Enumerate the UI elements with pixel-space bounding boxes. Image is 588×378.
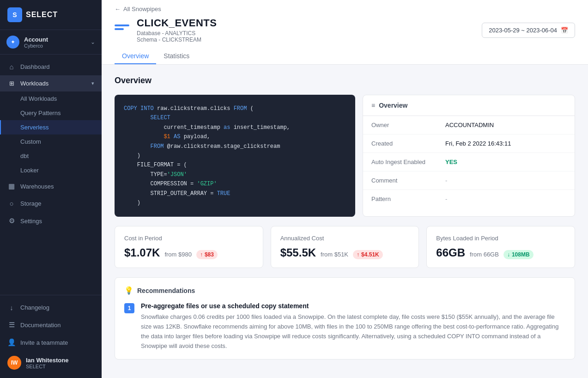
code-line-6: ) [124,151,346,160]
account-icon: ✦ [6,36,19,49]
sidebar-item-invite[interactable]: 👤 Invite a teammate [0,334,102,351]
docs-icon: ☰ [7,321,16,329]
sidebar-item-label-invite: Invite a teammate [20,339,68,346]
tab-statistics[interactable]: Statistics [156,49,197,64]
sidebar-item-label-dashboard: Dashboard [20,63,50,70]
metric-from-bytes: from 66GB [470,251,499,258]
code-line-1: COPY INTO raw.clickstream.clicks FROM ( [124,104,346,113]
changelog-icon: ↓ [7,304,16,311]
code-line-7: FILE_FORMAT = ( [124,160,346,170]
logo-text: SELECT [26,11,58,19]
code-line-2: SELECT [124,113,346,122]
overview-value-autoingest: YES [445,159,457,165]
breadcrumb-link[interactable]: All Snowpipes [123,6,161,12]
date-range-picker[interactable]: 2023-05-29 ~ 2023-06-04 📅 [482,23,575,38]
tab-bar: Overview Statistics [115,49,575,64]
overview-value-comment: - [445,177,447,184]
metric-label-bytes: Bytes Loaded in Period [436,235,565,242]
logo-icon: S [7,7,22,22]
sidebar-item-label-storage: Storage [20,200,42,207]
badge-arrow-annualized: ↑ [357,251,359,258]
account-name: Cyberco [24,43,91,49]
schema-label: Schema - CLICKSTREAM [137,37,217,43]
account-switcher[interactable]: ✦ Account Cyberco ⌄ [0,30,102,55]
overview-row-autoingest: Auto Ingest Enabled YES [363,153,575,171]
badge-arrow-cost: ↑ [200,251,203,258]
main-content: ← All Snowpipes CLICK_EVENTS Database - … [102,0,588,378]
metric-badge-cost: ↑ $83 [196,250,218,259]
badge-text-annualized: $4.51K [361,251,379,258]
overview-details-card: ≡ Overview Owner ACCOUNTADMIN Created Fr… [363,95,575,217]
sidebar-item-label-settings: Settings [20,218,42,225]
overview-label-autoingest: Auto Ingest Enabled [371,159,445,165]
lightbulb-icon: 💡 [124,286,133,295]
sidebar-item-label-warehouses: Warehouses [20,183,54,190]
code-line-10: STRIP_OUTER_ARRAY = TRUE [124,189,346,198]
sidebar-item-documentation[interactable]: ☰ Documentation [0,316,102,334]
metric-badge-bytes: ↓ 108MB [503,250,533,259]
sidebar-item-all-workloads[interactable]: All Workloads [0,91,102,106]
sidebar-item-workloads[interactable]: ⊞ Workloads ▾ [0,75,102,91]
overview-value-owner: ACCOUNTADMIN [445,122,494,128]
sidebar-item-dashboard[interactable]: ⌂ Dashboard [0,58,102,75]
badge-text-bytes: 108MB [512,251,530,258]
metric-label-cost: Cost in Period [124,235,254,242]
gear-icon: ⚙ [7,217,16,225]
overview-label-pattern: Pattern [371,195,445,202]
calendar-icon: 📅 [561,27,568,34]
sidebar-item-serverless[interactable]: Serverless [0,120,102,134]
metric-card-cost: Cost in Period $1.07K from $980 ↑ $83 [115,226,263,268]
metric-card-annualized: Annualized Cost $55.5K from $51K ↑ $4.51… [271,226,419,268]
overview-section-title: Overview [115,76,575,85]
code-line-9: COMPRESSION = 'GZIP' [124,179,346,189]
code-block: COPY INTO raw.clickstream.clicks FROM ( … [115,95,355,217]
rec-title-1: Pre-aggregate files or use a scheduled c… [141,302,565,310]
overview-row-owner: Owner ACCOUNTADMIN [363,116,575,134]
sidebar-item-label-workloads: Workloads [20,80,48,87]
sidebar-footer: ↓ Changelog ☰ Documentation 👤 Invite a t… [0,295,102,378]
sidebar-item-custom[interactable]: Custom [0,134,102,149]
header-text: CLICK_EVENTS Database - ANALYTICS Schema… [137,17,217,43]
user-role: SELECT [26,364,94,369]
metric-main-cost: $1.07K from $980 ↑ $83 [124,246,254,259]
database-label: Database - ANALYTICS [137,30,217,37]
content-area: Overview COPY INTO raw.clickstream.click… [102,65,588,371]
chevron-icon: ▾ [91,80,94,86]
user-profile[interactable]: IW Ian Whitestone SELECT [0,351,102,374]
overview-value-created: Fri, Feb 2 2022 16:43:11 [445,140,511,147]
logo-area: S SELECT [0,0,102,30]
header-bar-1 [115,24,129,26]
rec-description-1: Snowflake charges 0.06 credits per 1000 … [141,312,565,351]
metric-from-cost: from $980 [164,251,192,258]
metric-from-annualized: from $51K [321,251,348,258]
sidebar-item-dbt[interactable]: dbt [0,149,102,163]
metric-main-bytes: 66GB from 66GB ↓ 108MB [436,246,565,259]
sidebar-item-looker[interactable]: Looker [0,163,102,177]
top-bar: ← All Snowpipes CLICK_EVENTS Database - … [102,0,588,65]
code-line-4: $1 AS payload, [124,132,346,141]
overview-row-comment: Comment - [363,171,575,190]
code-line-8: TYPE='JSON' [124,170,346,179]
page-meta: Database - ANALYTICS Schema - CLICKSTREA… [137,30,217,43]
badge-text-cost: $83 [205,251,214,258]
sidebar-item-settings[interactable]: ⚙ Settings [0,212,102,230]
sidebar-item-changelog[interactable]: ↓ Changelog [0,299,102,316]
metric-card-bytes: Bytes Loaded in Period 66GB from 66GB ↓ … [426,226,575,268]
breadcrumb: ← All Snowpipes [115,0,575,12]
metric-value-cost: $1.07K [124,246,160,259]
sidebar-item-warehouses[interactable]: ▦ Warehouses [0,177,102,195]
account-info: Account Cyberco [24,36,91,49]
sidebar-item-storage[interactable]: ○ Storage [0,195,102,212]
header-decoration-icon [115,19,129,36]
home-icon: ⌂ [7,63,16,71]
overview-row-created: Created Fri, Feb 2 2022 16:43:11 [363,134,575,153]
workloads-group: ⊞ Workloads ▾ All Workloads Query Patter… [0,75,102,177]
list-icon: ≡ [371,102,375,109]
sidebar-item-query-patterns[interactable]: Query Patterns [0,106,102,120]
code-line-11: ) [124,198,346,207]
tab-overview[interactable]: Overview [115,49,156,64]
avatar: IW [7,356,21,370]
grid-icon: ⊞ [7,80,16,87]
metric-value-annualized: $55.5K [280,246,316,259]
warehouse-icon: ▦ [7,182,16,190]
